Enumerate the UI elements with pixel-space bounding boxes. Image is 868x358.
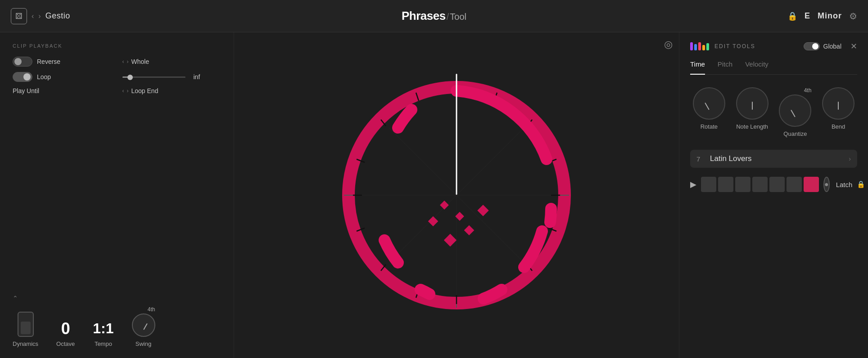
- nav-forward[interactable]: ›: [38, 12, 41, 20]
- note-length-item: Note Length: [733, 87, 771, 137]
- app-title: Gestio: [45, 11, 70, 21]
- preset-number: 7: [696, 155, 705, 163]
- top-bar-center: Phrases / Tool: [402, 9, 466, 23]
- whole-value: Whole: [131, 58, 149, 65]
- lock-small-icon[interactable]: 🔒: [857, 180, 865, 188]
- step-cells: [701, 177, 819, 192]
- playback-row: ▶ ● Latch 🔒: [690, 177, 857, 192]
- note-length-indicator: [752, 102, 753, 110]
- step-cell-1[interactable]: [701, 177, 716, 192]
- chevron-up[interactable]: ⌃: [13, 295, 221, 302]
- swing-4th-label: 4th: [148, 306, 155, 313]
- whole-prev[interactable]: ‹: [122, 58, 124, 65]
- svg-rect-28: [477, 205, 488, 216]
- dynamics-label: Dynamics: [13, 340, 38, 347]
- swing-knob[interactable]: [132, 313, 155, 337]
- step-cell-6[interactable]: [787, 177, 802, 192]
- quantize-indicator: [791, 110, 796, 117]
- center-panel: ◎: [234, 32, 679, 358]
- note-length-label: Note Length: [736, 123, 768, 130]
- lock-icon[interactable]: 🔒: [787, 11, 797, 21]
- bend-label: Bend: [832, 123, 845, 130]
- color-bar-red: [698, 42, 701, 50]
- global-label: Global: [823, 43, 841, 50]
- target-icon[interactable]: ◎: [664, 39, 673, 50]
- slider-thumb[interactable]: [127, 75, 133, 80]
- inf-label: inf: [194, 73, 200, 81]
- swing-label: Swing: [136, 340, 151, 347]
- note-length-knob[interactable]: [736, 87, 769, 120]
- color-bar-green: [706, 43, 709, 50]
- tab-time[interactable]: Time: [690, 60, 705, 75]
- preset-chevron-icon: ›: [849, 155, 851, 162]
- phrases-logo: Phrases: [402, 9, 446, 23]
- loop-end-prev[interactable]: ‹: [122, 88, 124, 94]
- rotate-knob[interactable]: [693, 87, 725, 120]
- edit-tools-header: EDIT TOOLS Global ✕: [690, 41, 857, 51]
- global-toggle-knob: [812, 43, 818, 49]
- top-bar-left: ⚄ ‹ › Gestio: [11, 8, 70, 24]
- step-cell-5[interactable]: [769, 177, 785, 192]
- global-toggle-group: Global: [804, 42, 841, 50]
- reverse-label: Reverse: [37, 58, 60, 65]
- dynamics-item: Dynamics: [13, 312, 38, 347]
- close-button[interactable]: ✕: [850, 41, 857, 51]
- step-cell-3[interactable]: [735, 177, 750, 192]
- reverse-row: Reverse: [13, 57, 112, 67]
- swing-knob-indicator: [143, 323, 148, 330]
- tempo-item: 1:1 Tempo: [93, 320, 113, 347]
- whole-next[interactable]: ›: [127, 58, 129, 65]
- tab-pitch[interactable]: Pitch: [718, 60, 732, 71]
- scale-label[interactable]: Minor: [818, 11, 842, 21]
- step-cell-7[interactable]: [804, 177, 819, 192]
- bottom-controls: ⌃ Dynamics 0 Octave 1:1 Tempo: [13, 284, 221, 347]
- latch-label: Latch: [836, 181, 853, 188]
- play-until-label: Play Until: [13, 87, 39, 94]
- slider-row: inf: [122, 72, 222, 82]
- tempo-label: Tempo: [95, 340, 112, 347]
- nav-back[interactable]: ‹: [32, 12, 34, 20]
- quantize-knob[interactable]: [779, 94, 811, 127]
- dynamics-knob[interactable]: [18, 312, 34, 337]
- knob-grid: Rotate Note Length 4th Quantize: [690, 87, 857, 137]
- loop-end-next[interactable]: ›: [127, 88, 129, 94]
- controls-grid: Reverse ‹ › Whole Loop inf: [13, 57, 221, 94]
- play-button[interactable]: ▶: [690, 179, 696, 189]
- octave-value: 0: [61, 321, 70, 337]
- reverse-toggle-knob: [14, 58, 22, 65]
- tab-row: Time Pitch Velocity: [690, 60, 857, 75]
- top-bar-right: 🔒 E Minor ⚙: [787, 11, 857, 22]
- gear-icon[interactable]: ⚙: [849, 11, 857, 22]
- preset-row[interactable]: 7 Latin Lovers ›: [690, 150, 857, 168]
- dynamics-knob-inner: [21, 322, 31, 334]
- step-cell-4[interactable]: [752, 177, 768, 192]
- playhead-line: [456, 74, 457, 195]
- swing-item: 4th Swing: [132, 306, 155, 347]
- loop-slider[interactable]: [122, 76, 185, 78]
- key-label[interactable]: E: [805, 11, 810, 21]
- color-picker-button[interactable]: ●: [823, 177, 830, 192]
- tempo-value: 1:1: [93, 320, 113, 337]
- loop-row: Loop: [13, 72, 112, 82]
- tab-velocity[interactable]: Velocity: [745, 60, 769, 71]
- reverse-toggle[interactable]: [13, 57, 32, 67]
- step-cell-2[interactable]: [718, 177, 733, 192]
- bend-item: Bend: [819, 87, 857, 137]
- loop-end-control: ‹ › Loop End: [122, 87, 222, 94]
- app-icon[interactable]: ⚄: [11, 8, 27, 24]
- rotate-indicator: [705, 103, 710, 110]
- bend-indicator: [838, 102, 839, 110]
- main-layout: CLIP PLAYBACK Reverse ‹ › Whole Loop: [0, 32, 868, 358]
- bend-knob[interactable]: [822, 87, 854, 120]
- circle-container: [330, 69, 583, 321]
- octave-item: 0 Octave: [56, 321, 75, 347]
- color-bar-orange: [702, 45, 705, 50]
- global-toggle-switch[interactable]: [804, 42, 820, 50]
- tool-label: Tool: [450, 12, 466, 22]
- slash: /: [447, 12, 449, 22]
- loop-toggle[interactable]: [13, 72, 32, 82]
- knob-row: Dynamics 0 Octave 1:1 Tempo 4th: [13, 306, 221, 347]
- loop-label: Loop: [37, 73, 51, 81]
- rotate-label: Rotate: [701, 123, 718, 130]
- svg-rect-26: [444, 234, 457, 246]
